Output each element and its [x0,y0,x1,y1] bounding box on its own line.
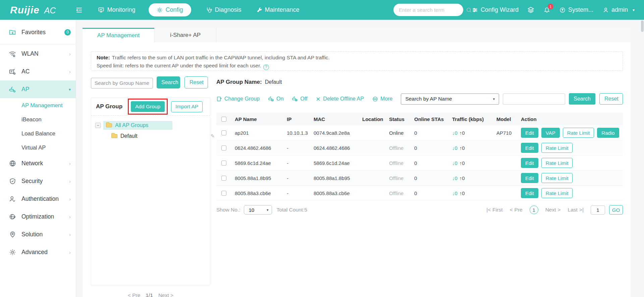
ap-on-icon [268,96,274,102]
collapse-sidebar-icon[interactable] [75,6,83,14]
more-action[interactable]: More [372,96,392,102]
tree-node-selected[interactable]: All AP Groups [103,121,172,130]
search-icon[interactable] [466,7,472,13]
page-size-select[interactable]: 10 ▾ [244,205,272,215]
nav-monitoring[interactable]: Monitoring [98,6,135,13]
edit-button[interactable]: Edit [521,173,538,183]
config-wizard[interactable]: Config Wizard [472,6,519,13]
radio-off-action[interactable]: Off [292,96,307,102]
sidebar-item-load-balance[interactable]: Load Balance [0,126,76,140]
layers-icon[interactable] [527,6,534,13]
pager-current-page[interactable]: 1 [530,205,538,214]
sidebar-item-favorites[interactable]: Favorites 0 [0,20,76,45]
more-ellipsis-icon [372,96,378,102]
ap-search-field-select[interactable]: Search by AP Name ▾ [401,94,499,105]
sidebar-item-security[interactable]: Security › [0,172,76,190]
user-check-icon [9,195,16,202]
group-search-input[interactable] [91,78,153,88]
sidebar-authentication-label: Authentication [21,195,59,202]
folder-icon [106,123,112,127]
row-checkbox[interactable] [221,145,226,151]
col-model: Model [496,116,521,122]
note-line2: Speed limit: refers to the current AP un… [97,63,261,68]
group-reset-button[interactable]: Reset [184,76,208,88]
edit-button[interactable]: Edit [521,188,538,198]
vertical-scrollbar[interactable] [641,20,644,32]
main-content: AP Management i-Share+ AP Note:Traffic r… [76,20,644,297]
ap-reset-button[interactable]: Reset [599,93,623,105]
brand-logo[interactable]: Ruijie AC [10,4,56,16]
folder-icon [111,134,117,138]
rate-limit-button[interactable]: Rate Limit [541,188,573,198]
pager-last[interactable]: Last>| [568,207,584,213]
edit-button[interactable]: Edit [521,128,538,138]
navbar-right: Config Wizard 1 System... admin ▾ [393,4,635,16]
edit-pencil-icon[interactable]: ✎ [210,133,215,139]
sidebar-item-ac[interactable]: AC › [0,63,76,80]
sidebar-item-solution[interactable]: Solution › [0,226,76,243]
row-checkbox[interactable] [221,130,226,135]
ap-search-input[interactable] [503,94,565,105]
rate-limit-button[interactable]: Rate Limit [541,173,573,183]
pager-prev[interactable]: <Pre [509,207,522,213]
cell-traffic: ↓0↑0 [452,175,496,181]
edit-button[interactable]: Edit [521,158,538,168]
radio-on-action[interactable]: On [268,96,283,102]
row-checkbox[interactable] [221,176,226,181]
tab-ishare-ap[interactable]: i-Share+ AP [154,28,216,42]
pager-next[interactable]: Next> [545,207,561,213]
sidebar-solution-label: Solution [21,231,43,238]
sidebar-item-ibeacon[interactable]: iBeacon [0,112,76,126]
note-line1: Traffic refers to the sum of LAN port tr… [112,55,330,60]
rate-limit-button[interactable]: Rate Limit [563,128,594,138]
edit-button[interactable]: Edit [521,143,538,153]
tab-ap-management[interactable]: AP Management [83,28,154,42]
sidebar-item-ap-management[interactable]: AP Management [0,98,76,112]
global-search-input[interactable] [399,7,466,13]
col-action: Action [521,116,623,122]
help-icon[interactable]: ? [263,64,269,70]
nav-system[interactable]: System... [559,6,593,13]
rate-limit-button[interactable]: Rate Limit [541,158,573,168]
nav-config[interactable]: Config [149,3,191,16]
vap-button[interactable]: VAP [541,128,560,138]
tree-node-all-ap-groups[interactable]: − All AP Groups [95,121,206,130]
col-online-stas: Online STAs [414,116,452,122]
sidebar-item-authentication[interactable]: Authentication › [0,190,76,208]
sidebar-item-virtual-ap[interactable]: Virtual AP [0,140,76,155]
notifications-bell[interactable]: 1 [544,7,550,13]
status-badge: Offline [389,145,414,151]
group-search-button[interactable]: Search [157,76,180,88]
delete-offline-ap-action[interactable]: Delete Offline AP [316,96,364,102]
chevron-right-icon: › [69,214,71,220]
sidebar-item-network[interactable]: Network › [0,155,76,172]
pager-first[interactable]: |<First [486,207,502,213]
go-button[interactable]: GO [609,205,623,215]
nav-diagnosis[interactable]: Diagnosis [206,6,241,13]
sidebar-security-label: Security [21,178,43,185]
sidebar-item-advanced[interactable]: Advanced › [0,243,76,261]
nav-maintenance[interactable]: Maintenance [256,6,300,13]
tree-node-default[interactable]: Default ✎ [111,133,206,139]
import-ap-button[interactable]: Import AP [171,101,203,112]
tree-pager-next[interactable]: Next > [158,292,173,297]
collapse-node-icon[interactable]: − [95,123,101,128]
sidebar-item-optimization[interactable]: Optimization › [0,208,76,226]
ap-search-button[interactable]: Search [569,93,595,105]
row-checkbox[interactable] [221,191,226,196]
page-jump-input[interactable] [591,205,605,215]
cell-online-stas: 0 [414,175,452,181]
add-group-button[interactable]: Add Group [131,101,165,112]
user-caret-icon[interactable]: ▾ [633,8,635,12]
group-tree-pager: < Pre 1/1 Next > [91,292,210,297]
sidebar-item-ap[interactable]: AP ▾ [0,80,76,98]
sidebar-item-wlan[interactable]: WLAN › [0,45,76,63]
monitor-icon [98,7,104,13]
user-menu[interactable]: admin ▾ [603,6,635,13]
rate-limit-button[interactable]: Rate Limit [541,143,573,153]
select-all-checkbox[interactable] [221,117,226,122]
tree-pager-prev[interactable]: < Pre [128,292,141,297]
change-group-action[interactable]: Change Group [216,96,260,102]
row-checkbox[interactable] [221,161,226,166]
radio-button[interactable]: Radio [597,128,619,138]
